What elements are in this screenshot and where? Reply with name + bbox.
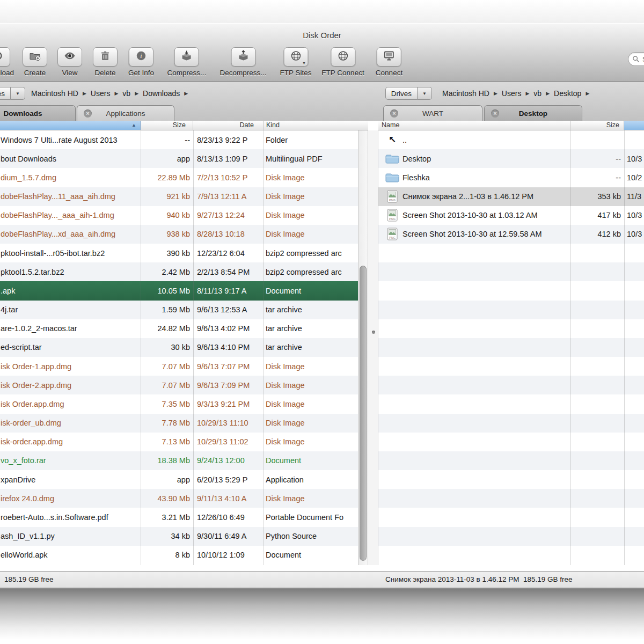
file-date-cell: 8/23/13 9:22 P: [197, 130, 262, 149]
file-row-dobeflashplay...-aaa-aih-1.dmg[interactable]: dobeFlashPlay..._aaa_aih-1.dmg940 kb9/27…: [0, 206, 358, 225]
chevron-down-icon[interactable]: ▼: [418, 87, 432, 100]
toolbar-button-ftp-connect[interactable]: [331, 47, 355, 67]
tab-downloads[interactable]: Downloads: [0, 105, 76, 121]
toolbar-item-download[interactable]: Download: [0, 47, 14, 77]
toolbar-button-get-info[interactable]: i: [129, 47, 153, 67]
file-row-..[interactable]: ↖..: [378, 130, 644, 149]
file-row-are-1.0.2-2-macos.tar[interactable]: are-1.0.2_2-macos.tar24.82 Mb9/6/13 4:02…: [0, 319, 358, 338]
column-divider: [624, 130, 625, 565]
breadcrumb-item-macintosh-hd[interactable]: Macintosh HD: [442, 89, 489, 98]
file-row-irefox-24.0.dmg[interactable]: irefox 24.0.dmg43.90 Mb9/11/13 4:10 ADis…: [0, 489, 358, 508]
file-row-снимок-экрана-2...1-03-в-1.46.12-pm[interactable]: PNGСнимок экрана 2...1-03 в 1.46.12 PM35…: [378, 187, 644, 206]
file-row-isk-order-ub.dmg[interactable]: isk-order_ub.dmg7.78 Mb10/29/13 11:10Dis…: [0, 414, 358, 433]
toolbar-item-view[interactable]: View: [57, 47, 82, 77]
toolbar-item-compress...[interactable]: Compress...: [167, 47, 207, 77]
tab-desktop[interactable]: ×Desktop: [484, 105, 582, 121]
ftp-connect-icon: [337, 50, 349, 64]
file-row-screen-shot-2013-10-30-at-12.59.58-am[interactable]: PNGScreen Shot 2013-10-30 at 12.59.58 AM…: [378, 225, 644, 244]
tab-applications[interactable]: ×Applications: [77, 105, 174, 121]
file-row-dium-1.5.7.dmg[interactable]: dium_1.5.7.dmg22.89 Mb7/2/13 10:52 PDisk…: [0, 168, 358, 187]
file-row-isk-order-1.app.dmg[interactable]: isk Order-1.app.dmg7.07 Mb9/6/13 7:07 PM…: [0, 357, 358, 376]
column-header-kind[interactable]: Kind: [264, 121, 358, 130]
toolbar-item-create[interactable]: Create: [23, 47, 47, 77]
breadcrumb-item-users[interactable]: Users: [91, 89, 111, 98]
toolbar-button-compress...[interactable]: [174, 47, 199, 67]
file-row-dobeflashplay...xd-aaa-aih.dmg[interactable]: dobeFlashPlay...xd_aaa_aih.dmg938 kb8/28…: [0, 225, 358, 244]
toolbar-item-get-info[interactable]: iGet Info: [128, 47, 154, 77]
background-top: [0, 0, 644, 24]
tab-wart[interactable]: ×WART: [383, 105, 482, 121]
toolbar-item-decompress...[interactable]: Decompress...: [219, 47, 266, 77]
file-row-isk-order.app.dmg[interactable]: isk-order.app.dmg7.13 Mb10/29/13 11:02Di…: [0, 433, 358, 451]
toolbar-button-create[interactable]: [23, 47, 47, 67]
toolbar-button-ftp-sites[interactable]: ▼: [283, 47, 308, 67]
toolbar-button-download[interactable]: [0, 47, 10, 67]
breadcrumb-item-vb[interactable]: vb: [533, 89, 541, 98]
search-input[interactable]: [641, 55, 644, 64]
file-row-isk-order.app.dmg[interactable]: isk Order.app.dmg7.35 Mb9/3/13 9:21 PMDi…: [0, 394, 358, 413]
search-field[interactable]: [628, 52, 644, 66]
column-header-size[interactable]: Size: [141, 121, 193, 130]
file-row-isk-order-2.app.dmg[interactable]: isk Order-2.app.dmg7.07 Mb9/6/13 7:09 PM…: [0, 376, 358, 394]
file-row-dobeflashplay...11-aaa-aih.dmg[interactable]: dobeFlashPlay...11_aaa_aih.dmg921 kb7/9/…: [0, 187, 358, 206]
file-name-cell: .apk: [1, 281, 140, 300]
splitter-grip-icon[interactable]: [372, 331, 375, 334]
close-icon[interactable]: ×: [390, 109, 398, 118]
column-header-name[interactable]: Name: [378, 121, 570, 130]
pane-splitter[interactable]: [368, 130, 378, 565]
title-bar[interactable]: Disk Order: [0, 23, 644, 46]
file-row-windows-7-ulti...rate-august-2013[interactable]: Windows 7 Ulti...rate August 2013--8/23/…: [0, 130, 358, 149]
drives-button-label[interactable]: Drives: [385, 87, 418, 100]
close-icon[interactable]: ×: [84, 109, 92, 118]
file-row-screen-shot-2013-10-30-at-1.03.12-am[interactable]: PNGScreen Shot 2013-10-30 at 1.03.12 AM4…: [378, 206, 644, 225]
svg-text:PNG: PNG: [389, 237, 396, 240]
toolbar-item-ftp-sites[interactable]: ▼FTP Sites: [280, 47, 311, 77]
column-header-size[interactable]: Size: [570, 121, 624, 130]
column-header-date[interactable]: [624, 121, 644, 130]
breadcrumb-item-macintosh-hd[interactable]: Macintosh HD: [31, 89, 78, 98]
file-name-cell: isk Order.app.dmg: [1, 394, 140, 413]
file-row-pktool1.5.2.tar.bz2[interactable]: pktool1.5.2.tar.bz22.42 Mb2/2/13 8:54 PM…: [0, 262, 358, 281]
file-name-cell: are-1.0.2_2-macos.tar: [1, 319, 140, 338]
file-row-4j.tar[interactable]: 4j.tar1.59 Mb9/6/13 12:53 Atar archive: [0, 301, 358, 319]
file-size-cell: 30 kb: [141, 338, 190, 357]
vertical-scrollbar-thumb[interactable]: [360, 266, 367, 561]
file-name-cell: Fleshka: [402, 168, 569, 187]
toolbar-item-connect[interactable]: Connect: [376, 47, 402, 77]
file-row-roebert-auto...s.in.software.pdf[interactable]: roebert-Auto...s.in.Software.pdf3.21 Mb1…: [0, 508, 358, 526]
file-row-fleshka[interactable]: Fleshka--10/2: [378, 168, 644, 187]
column-header-date[interactable]: Date: [193, 121, 264, 130]
file-date-cell: 8/28/13 10:18: [197, 225, 262, 244]
breadcrumb-item-downloads[interactable]: Downloads: [143, 89, 180, 98]
ftp-sites-icon: [290, 50, 302, 64]
tab-label: Downloads: [3, 109, 42, 118]
file-kind-cell: Disk Image: [266, 414, 357, 433]
tab-label: Applications: [106, 109, 145, 118]
file-row-xpandrive[interactable]: xpanDriveapp6/20/13 5:29 PApplication: [0, 470, 358, 489]
file-row-pktool-install-...r05-ibot.tar.bz2[interactable]: pktool-install-...r05-ibot.tar.bz2390 kb…: [0, 244, 358, 262]
toolbar-button-decompress...[interactable]: [231, 47, 255, 67]
file-row-ash-id-v1.1.py[interactable]: ash_ID_v1.1.py34 kb9/30/11 6:49 APython …: [0, 527, 358, 546]
toolbar-button-delete[interactable]: [93, 47, 118, 67]
vertical-scrollbar-track[interactable]: [358, 130, 368, 565]
toolbar-item-delete[interactable]: Delete: [93, 47, 118, 77]
drives-button-left[interactable]: Drives ▼: [0, 87, 25, 99]
file-row-ed-script.tar[interactable]: ed-script.tar30 kb9/6/13 4:10 PMtar arch…: [0, 338, 358, 357]
toolbar-button-connect[interactable]: [377, 47, 401, 67]
breadcrumb-item-desktop[interactable]: Desktop: [554, 89, 581, 98]
file-row-elloworld.apk[interactable]: elloWorld.apk8 kb10/10/12 1:09Document: [0, 546, 358, 565]
breadcrumb-item-users[interactable]: Users: [502, 89, 522, 98]
file-row-bout-downloads[interactable]: bout Downloadsapp8/13/13 1:09 PMultiling…: [0, 149, 358, 168]
file-row-.apk[interactable]: .apk10.05 Mb8/11/13 9:17 ADocument: [0, 281, 358, 300]
toolbar-label: Get Info: [128, 69, 154, 77]
column-header-name[interactable]: ▲: [0, 121, 141, 130]
file-row-desktop[interactable]: Desktop--10/3: [378, 149, 644, 168]
toolbar-item-ftp-connect[interactable]: FTP Connect: [321, 47, 364, 77]
drives-button-label[interactable]: Drives: [0, 87, 11, 100]
chevron-down-icon[interactable]: ▼: [11, 87, 25, 100]
file-row-vo-x-foto.rar[interactable]: vo_x_foto.rar18.38 Mb9/24/13 12:00Docume…: [0, 451, 358, 470]
close-icon[interactable]: ×: [491, 109, 499, 118]
breadcrumb-item-vb[interactable]: vb: [122, 89, 130, 98]
drives-button-right[interactable]: Drives ▼: [385, 87, 432, 99]
toolbar-button-view[interactable]: [57, 47, 82, 67]
